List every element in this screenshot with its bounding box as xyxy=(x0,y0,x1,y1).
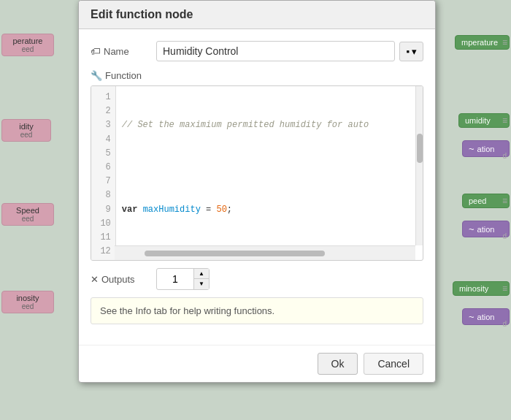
outputs-label: ✕ Outputs xyxy=(91,274,156,285)
modal-footer: Ok Cancel xyxy=(79,345,435,382)
tag-icon: 🏷 xyxy=(91,45,101,57)
ok-button[interactable]: Ok xyxy=(318,353,358,375)
code-lines-container: 1 2 3 4 5 6 7 8 9 10 11 12 13 14 15▼ xyxy=(91,86,423,260)
left-node-luminosity: inosity eed xyxy=(1,291,54,313)
edit-function-modal: Edit function node 🏷 Name ▪ ▾ 🔧 Function xyxy=(78,0,436,383)
spinner-buttons: ▲ ▼ xyxy=(193,269,209,289)
code-editor[interactable]: 1 2 3 4 5 6 7 8 9 10 11 12 13 14 15▼ xyxy=(91,85,423,261)
left-node-temperature: perature eed xyxy=(1,34,54,56)
outputs-row: ✕ Outputs ▲ ▼ xyxy=(91,268,423,290)
cancel-button[interactable]: Cancel xyxy=(364,353,423,375)
style-icon: ▪ xyxy=(406,46,410,57)
chevron-down-icon: ▾ xyxy=(412,46,417,57)
cross-icon: ✕ xyxy=(91,274,99,285)
code-hscrollbar[interactable] xyxy=(115,245,415,260)
spinner-down-button[interactable]: ▼ xyxy=(194,279,209,289)
name-row: 🏷 Name ▪ ▾ xyxy=(91,41,423,61)
modal-body: 🏷 Name ▪ ▾ 🔧 Function 1 2 3 4 xyxy=(79,29,435,345)
outputs-spinner[interactable]: ▲ ▼ xyxy=(156,268,210,290)
name-input[interactable] xyxy=(156,41,395,61)
right-node-ation1: ~ ation xyxy=(462,140,510,157)
code-hscrollbar-thumb[interactable] xyxy=(145,251,325,256)
code-scrollbar[interactable] xyxy=(415,86,423,245)
right-node-ation3: ~ ation xyxy=(462,308,510,325)
right-node-humidity: umidity ≡ xyxy=(458,113,510,128)
left-node-speed: Speed eed xyxy=(1,203,54,226)
modal-header: Edit function node xyxy=(79,1,435,29)
right-node-speed: peed ≡ xyxy=(462,194,510,208)
right-node-ation2: ~ ation xyxy=(462,221,510,237)
name-label: 🏷 Name xyxy=(91,45,156,57)
code-scrollbar-thumb[interactable] xyxy=(417,134,423,163)
info-box: See the Info tab for help writing functi… xyxy=(91,297,423,324)
name-style-button[interactable]: ▪ ▾ xyxy=(399,42,423,61)
modal-title: Edit function node xyxy=(91,8,193,21)
left-node-humidity: idity eed xyxy=(1,119,51,142)
outputs-value-input[interactable] xyxy=(157,270,193,288)
spinner-up-button[interactable]: ▲ xyxy=(194,269,209,279)
right-node-temperature: mperature ≡ xyxy=(455,35,510,50)
code-content[interactable]: // Set the maximium permitted humidity f… xyxy=(116,86,423,260)
line-numbers: 1 2 3 4 5 6 7 8 9 10 11 12 13 14 15▼ xyxy=(91,86,116,260)
right-node-luminosity: minosity ≡ xyxy=(453,281,510,296)
function-label: 🔧 Function xyxy=(91,70,423,81)
wrench-icon: 🔧 xyxy=(91,70,102,81)
